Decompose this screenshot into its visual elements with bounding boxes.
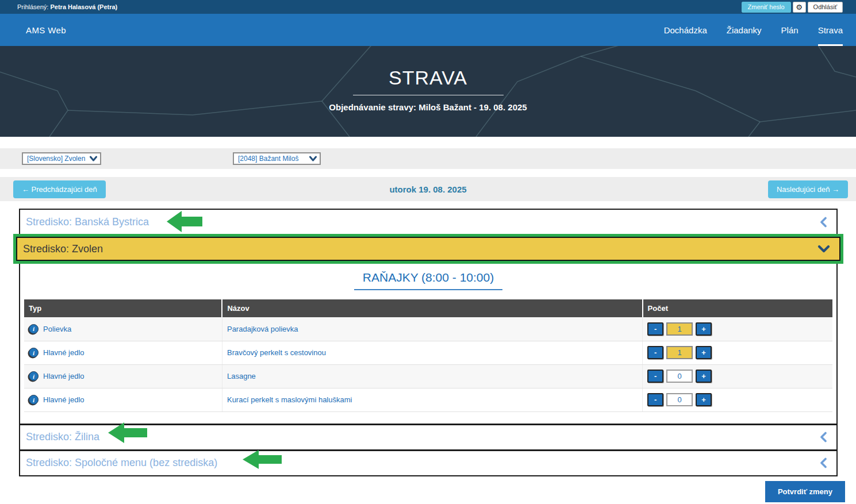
previous-day-button[interactable]: ← Predchádzajúci deň [13,180,106,198]
decrement-button[interactable]: - [647,322,663,336]
count-value[interactable]: 0 [666,393,693,406]
count-stepper: - 0 + [647,393,828,406]
count-stepper: - 1 + [647,322,828,336]
title-divider [353,95,504,95]
section-zilina[interactable]: Stredisko: Žilina [20,424,836,449]
section-title: Stredisko: Spoločné menu (bez strediska) [26,457,217,469]
column-header-nazov: Názov [222,299,642,317]
main-nav: AMS Web Dochádzka Žiadanky Plán Strava [0,14,856,46]
top-bar: Prihlásený: Petra Halasová (Petra) Zmeni… [0,0,856,14]
logged-in-label: Prihlásený: [17,3,48,10]
logged-in-user: Prihlásený: Petra Halasová (Petra) [17,3,117,10]
table-row: iHlavné jedlo Bravčový perkelt s cestovi… [24,341,832,364]
location-select[interactable]: [Slovensko] Zvolen [22,152,101,165]
section-banska-bystrica[interactable]: Stredisko: Banská Bystrica [20,210,836,234]
count-stepper: - 0 + [647,370,828,383]
count-value[interactable]: 1 [666,322,693,336]
footer-actions: Potvrdiť zmeny [0,476,856,502]
decrement-button[interactable]: - [647,370,663,383]
page-title: STRAVA [0,46,856,89]
table-row: iPolievka Paradajková polievka - 1 + [24,317,832,341]
meal-name: Kurací perkelt s maslovými haluškami [222,388,642,411]
nav-item-dochadzka[interactable]: Dochádzka [664,14,707,46]
count-value[interactable]: 0 [666,370,693,383]
table-header-row: Typ Názov Počet [24,299,832,317]
stredisko-accordion: Stredisko: Banská Bystrica Stredisko: Zv… [19,209,838,476]
info-icon[interactable]: i [29,371,39,381]
nav-item-strava[interactable]: Strava [818,14,843,46]
gear-icon: ⚙ [796,3,803,11]
filters-strip: [Slovensko] Zvolen [2048] Bažant Miloš [0,148,856,169]
count-value[interactable]: 1 [666,346,693,359]
chevron-down-icon [817,245,830,253]
meal-table: Typ Názov Počet iPolievka Paradajková po… [24,299,832,412]
meal-type: Polievka [43,325,71,333]
nav-item-ziadanky[interactable]: Žiadanky [727,14,762,46]
count-stepper: - 1 + [647,346,828,359]
confirm-changes-button[interactable]: Potvrdiť zmeny [765,481,845,502]
increment-button[interactable]: + [696,322,712,336]
day-navigation: ← Predchádzajúci deň utorok 19. 08. 2025… [0,177,856,201]
page: Prihlásený: Petra Halasová (Petra) Zmeni… [0,0,856,504]
nav-items: Dochádzka Žiadanky Plán Strava [664,14,843,46]
change-password-button[interactable]: Zmeniť heslo [742,2,791,13]
decrement-button[interactable]: - [647,393,663,406]
section-title: Stredisko: Banská Bystrica [26,216,149,228]
meal-title: RAŇAJKY (8:00 - 10:00) [20,271,836,284]
annotation-highlight-zvolen: Stredisko: Zvolen [13,234,843,264]
info-icon[interactable]: i [29,348,39,357]
chevron-left-icon [819,457,827,468]
app-brand: AMS Web [26,14,66,46]
meal-type: Hlavné jedlo [43,395,85,404]
settings-button[interactable]: ⚙ [793,2,806,13]
meal-type: Hlavné jedlo [43,372,85,380]
person-select[interactable]: [2048] Bažant Miloš [233,152,321,165]
column-header-typ: Typ [24,299,222,317]
hero-banner: STRAVA Objednávanie stravy: Miloš Bažant… [0,46,856,137]
meal-type: Hlavné jedlo [43,348,85,357]
user-name: Petra Halasová (Petra) [50,3,117,10]
meal-name: Lasagne [222,364,642,388]
top-bar-actions: Zmeniť heslo ⚙ Odhlásiť [742,2,843,13]
zvolen-section-content: RAŇAJKY (8:00 - 10:00) Typ Názov Počet i… [20,271,836,424]
section-zvolen[interactable]: Stredisko: Zvolen [16,237,840,261]
table-row: iHlavné jedlo Lasagne - 0 + [24,364,832,388]
table-row: iHlavné jedlo Kurací perkelt s maslovými… [24,388,832,411]
meal-title-divider [354,289,502,290]
info-icon[interactable]: i [29,324,39,334]
meal-name: Paradajková polievka [222,317,642,341]
nav-item-plan[interactable]: Plán [781,14,799,46]
next-day-button[interactable]: Nasledujúci deň → [768,180,848,198]
column-header-pocet: Počet [643,299,832,317]
current-day-label: utorok 19. 08. 2025 [389,184,466,194]
logout-button[interactable]: Odhlásiť [808,2,843,13]
section-title: Stredisko: Zvolen [23,243,103,255]
chevron-left-icon [819,432,827,443]
location-select-value: [Slovensko] Zvolen [27,155,85,163]
section-spolocne-menu[interactable]: Stredisko: Spoločné menu (bez strediska) [20,449,836,475]
section-title: Stredisko: Žilina [26,431,99,443]
increment-button[interactable]: + [696,370,712,383]
info-icon[interactable]: i [29,395,39,405]
decrement-button[interactable]: - [647,346,663,359]
increment-button[interactable]: + [696,346,712,359]
chevron-left-icon [819,217,827,228]
page-subtitle: Objednávanie stravy: Miloš Bažant - 19. … [0,102,856,112]
person-select-value: [2048] Bažant Miloš [238,155,298,163]
chevron-down-icon [309,156,317,161]
chevron-down-icon [90,156,97,161]
meal-name: Bravčový perkelt s cestovinou [222,341,642,364]
increment-button[interactable]: + [696,393,712,406]
